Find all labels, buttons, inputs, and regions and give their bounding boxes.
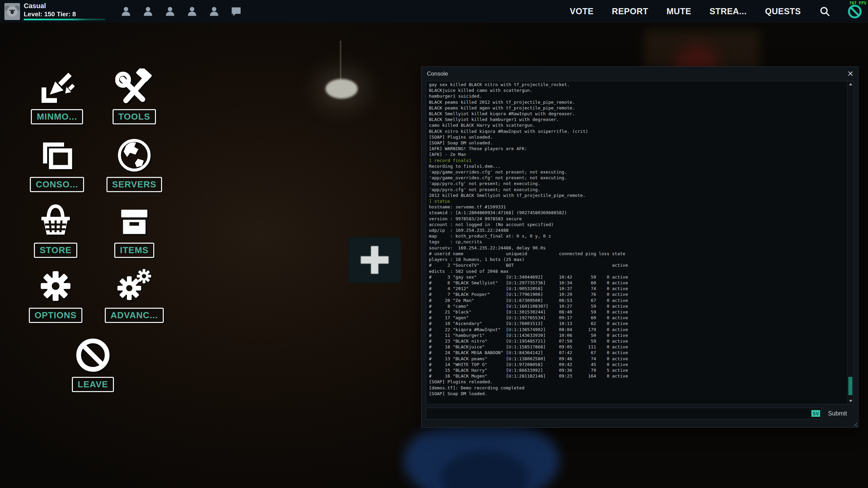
console-log-line: [AFK] - Ze Man — [429, 151, 847, 157]
player-level-label: Level: 150 Tier: 8 — [24, 11, 105, 17]
person-icon[interactable] — [186, 5, 198, 17]
console-log-line: Recording to finals1.dem... — [429, 163, 847, 169]
person-icon[interactable] — [208, 5, 220, 17]
no-sign-icon[interactable] — [847, 4, 863, 19]
console-log-line: [SOAP] Plugins unloaded. — [429, 134, 847, 140]
minmode-icon — [38, 65, 76, 106]
gear-icon — [37, 264, 75, 305]
console-log-line: # 6 "BLACK Smellyiot" [U:1:297735736] 10… — [429, 280, 847, 286]
menu-button-label-minmode: MINMO... — [31, 109, 83, 124]
topbar-menu: VOTEREPORTMUTESTREA...QUESTS — [570, 4, 868, 19]
console-log-line: [SOAP] Plugins reloaded. — [429, 379, 847, 385]
console-command-input[interactable]: sv — [426, 408, 822, 419]
player-info: Casual Level: 150 Tier: 8 — [24, 2, 105, 20]
console-log-line: 'app/game_overrides.cfg' not present; no… — [429, 169, 847, 175]
console-log-line: # 2 "SourceTV" BOT active — [429, 262, 847, 268]
console-log-line: camo killed BLACK Harry with scattergun. — [429, 122, 847, 128]
console-log-line: 2012 killed BLACK Smellyiot with tf_proj… — [429, 192, 847, 198]
party-slots — [120, 5, 242, 17]
tools-icon — [115, 65, 153, 106]
console-log: gay sex killed BLACK nitro with tf_proje… — [426, 81, 847, 396]
topbar-menu-strea[interactable]: STREA... — [710, 6, 747, 16]
menu-button-label-items: ITEMS — [114, 243, 154, 258]
console-input-row: sv Submit — [426, 408, 853, 419]
console-log-line: hostname: serveme.tf #1509331 — [429, 204, 847, 210]
menu-button-advanced[interactable]: ADVANC... — [96, 264, 172, 323]
console-log-line: # userid name uniqueid connected ping lo… — [429, 251, 847, 257]
avatar-koala[interactable] — [4, 3, 20, 20]
console-log-line: BLACK peams killed agen with tf_projecti… — [429, 105, 847, 111]
console-windows-icon — [38, 133, 76, 174]
console-log-line: udp/ip : 169.254.235.22:24488 — [429, 227, 847, 233]
menu-button-label-servers: SERVERS — [106, 177, 162, 192]
scroll-down-arrow-icon[interactable] — [849, 400, 852, 402]
topbar-menu-mute[interactable]: MUTE — [667, 6, 691, 16]
chat-icon[interactable] — [230, 5, 242, 17]
menu-button-minmode[interactable]: MINMO... — [19, 65, 95, 124]
console-log-line: tags : cp,nocrits — [429, 239, 847, 245]
console-command-line: ] record finals1 — [429, 158, 847, 163]
console-log-line: # 24 "BLACK MEGA BABOON" [U:1:84364142] … — [429, 350, 847, 355]
console-log-line: BLACK peams killed 2012 with tf_projecti… — [429, 99, 847, 105]
console-log-line: # 17 "agen" [U:1:192765534] 09:17 60 0 a… — [429, 315, 847, 321]
console-window: Console × gay sex killed BLACK nitro wit… — [421, 66, 859, 428]
console-log-line: map : koth_product_final at: 0 x, 0 y, 0… — [429, 233, 847, 239]
console-log-line: hamburger1 suicided. — [429, 93, 847, 99]
console-log-line: version : 9978583/24 9978583 secure — [429, 216, 847, 222]
crate-icon — [115, 199, 153, 240]
topbar-menu-vote[interactable]: VOTE — [570, 6, 594, 16]
person-icon[interactable] — [120, 5, 132, 17]
console-log-line: steamid : [A:1:2804860934:47168] (902745… — [429, 210, 847, 216]
console-log-line: # 8 "camo" [U:1:1601108307] 10:27 59 0 a… — [429, 303, 847, 309]
console-log-line: # 3 "gay sex" [U:1:34044692] 10:42 59 0 … — [429, 274, 847, 280]
menu-button-label-leave: LEAVE — [72, 377, 114, 392]
menu-button-servers[interactable]: SERVERS — [96, 133, 172, 192]
menu-button-leave[interactable]: LEAVE — [55, 333, 131, 392]
console-log-line: # 4 "2012" [U:1:90532058] 10:37 74 0 act… — [429, 286, 847, 291]
person-icon[interactable] — [142, 5, 154, 17]
scroll-up-arrow-icon[interactable] — [849, 83, 852, 85]
console-log-line: BLACKjuice killed camo with scattergun. — [429, 87, 847, 93]
console-log-line: [AFK] WARNING! These players are AFK: — [429, 146, 847, 151]
scrollbar-thumb[interactable] — [848, 377, 852, 395]
menu-button-label-advanced: ADVANC... — [105, 308, 164, 323]
console-log-line: # 7 "BLACK Pooper" [U:1:77961906] 10:29 … — [429, 291, 847, 297]
console-log-line: 'app/pyro.cfg' not present; not executin… — [429, 181, 847, 186]
person-icon[interactable] — [164, 5, 176, 17]
menu-button-tools[interactable]: TOOLS — [96, 65, 172, 124]
console-log-line: # 16 "BLACK Mugen" [U:1:281182146] 09:23… — [429, 373, 847, 379]
topbar-menu-report[interactable]: REPORT — [612, 6, 648, 16]
console-log-line: [demos.tf]: Demo recording completed — [429, 385, 847, 391]
menu-button-options[interactable]: OPTIONS — [18, 264, 94, 323]
close-icon[interactable]: × — [847, 67, 853, 80]
gears-icon — [115, 264, 153, 305]
console-log-line: BLACK Smellyiot killed kiqora #RawInput … — [429, 111, 847, 117]
basket-icon — [37, 199, 75, 240]
menu-button-label-options: OPTIONS — [29, 308, 82, 323]
menu-button-label-console: CONSO... — [30, 177, 84, 192]
menu-button-store[interactable]: STORE — [18, 199, 94, 258]
input-selected-text: sv — [811, 410, 820, 417]
console-log-line: # 20 "Ze Man" [U:1:67309500] 08:53 67 0 … — [429, 298, 847, 303]
console-command-line: ] status — [429, 198, 847, 204]
console-log-line: # 11 "hamburger1" [U:1:143633930] 10:06 … — [429, 332, 847, 338]
top-bar: Casual Level: 150 Tier: 8 VOTEREPORTMUTE… — [0, 0, 868, 23]
console-log-line: edicts : 582 used of 2048 max — [429, 268, 847, 274]
topbar-menu-quests[interactable]: QUESTS — [765, 6, 801, 16]
console-log-line: BLACK Smellyiot killed hamburger1 with d… — [429, 117, 847, 122]
console-log-line: # 22 "kiqora #RawInput" [U:1:136574902] … — [429, 327, 847, 332]
menu-button-label-store: STORE — [34, 243, 77, 258]
resize-grip[interactable] — [852, 421, 857, 426]
console-log-line: # 23 "BLACK nitro" [U:1:195485721] 07:50… — [429, 338, 847, 344]
console-scrollbar[interactable] — [847, 81, 853, 404]
console-log-line: sourcetv: 169.254.235.22:24488, delay 90… — [429, 245, 847, 251]
console-log-line: gay sex killed BLACK nitro with tf_proje… — [429, 82, 847, 87]
menu-button-items[interactable]: ITEMS — [96, 199, 172, 258]
level-progress-bar — [24, 19, 105, 20]
console-log-line: [SOAP] Soap DM unloaded. — [429, 140, 847, 146]
menu-button-console[interactable]: CONSO... — [19, 133, 95, 192]
no-sign-icon — [74, 333, 112, 374]
console-window-title: Console — [427, 70, 448, 77]
search-icon[interactable] — [819, 6, 831, 17]
submit-button[interactable]: Submit — [822, 408, 853, 419]
